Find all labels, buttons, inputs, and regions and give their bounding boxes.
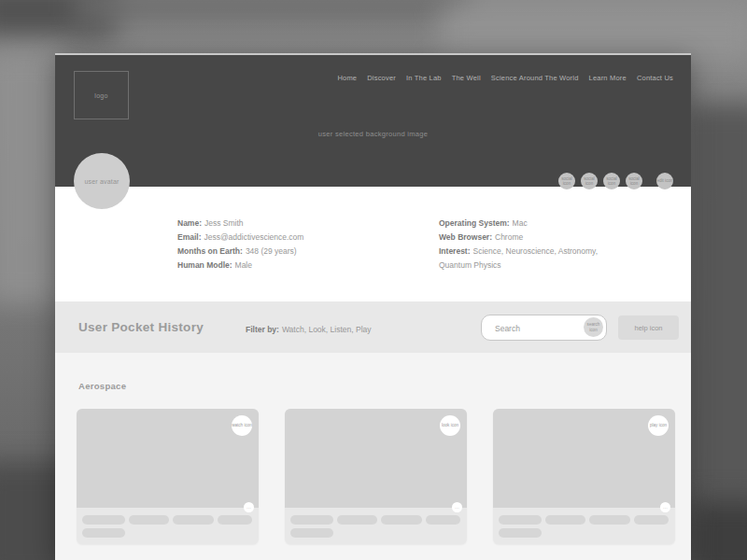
pocket-card[interactable]: play icon ⋯ — [493, 409, 675, 544]
profile-field-email: Email:Jess@addictivescience.com — [177, 231, 303, 245]
profile-field-interest: Interest:Science, Neuroscience, Astronom… — [439, 245, 626, 273]
more-icon[interactable]: ⋯ — [452, 502, 462, 512]
placeholder-row — [290, 515, 460, 525]
text-placeholder-bar — [381, 515, 422, 525]
field-value: Jess Smith — [204, 218, 244, 228]
profile-field-name: Name:Jess Smith — [177, 217, 303, 231]
profile-details-left: Name:Jess Smith Email:Jess@addictivescie… — [177, 217, 303, 273]
play-icon[interactable]: play icon — [648, 415, 669, 436]
text-placeholder-bar — [218, 515, 252, 525]
search-icon[interactable]: search icon — [584, 317, 603, 337]
field-label: Interest: — [439, 246, 471, 256]
text-placeholder-bar — [499, 528, 542, 538]
placeholder-row — [290, 528, 460, 538]
text-placeholder-bar — [82, 528, 125, 538]
nav-item-the-well[interactable]: The Well — [452, 74, 481, 82]
nav-item-science-around-the-world[interactable]: Science Around The World — [491, 74, 579, 82]
help-icon[interactable]: help icon — [618, 315, 679, 340]
profile-field-human-model: Human Modle:Male — [177, 259, 303, 273]
filter-label: Filter by: — [246, 325, 279, 334]
backdrop-blob — [689, 499, 747, 560]
look-icon[interactable]: look icon — [440, 415, 460, 436]
text-placeholder-bar — [634, 515, 669, 525]
text-placeholder-bar — [290, 515, 333, 525]
pocket-history-bar: User Pocket History Filter by:Watch, Loo… — [55, 301, 691, 353]
placeholder-row — [499, 528, 669, 538]
nav-item-learn-more[interactable]: Learn More — [589, 74, 627, 82]
search-input[interactable] — [493, 320, 583, 337]
edit-icon[interactable]: edit icon — [656, 173, 673, 189]
filter-options[interactable]: Watch, Look, Listen, Play — [282, 325, 372, 334]
text-placeholder-bar — [129, 515, 170, 525]
placeholder-row — [499, 515, 669, 525]
text-placeholder-bar — [173, 515, 214, 525]
profile-page: logo Home Discover In The Lab The Well S… — [55, 53, 691, 560]
field-label: Human Modle: — [177, 260, 233, 270]
text-placeholder-bar — [589, 515, 630, 525]
placeholder-row — [82, 528, 252, 538]
social-icon[interactable]: social icon — [626, 173, 642, 189]
text-placeholder-bar — [82, 515, 125, 525]
pocket-history-cards: watch icon ⋯ look icon ⋯ — [77, 409, 675, 544]
nav-item-discover[interactable]: Discover — [367, 74, 396, 82]
watch-icon[interactable]: watch icon — [232, 415, 252, 436]
search-box: search icon — [481, 315, 607, 341]
profile-details-right: Operating System:Mac Web Browser:Chrome … — [439, 217, 626, 273]
field-value: Jess@addictivescience.com — [204, 232, 304, 242]
text-placeholder-bar — [290, 528, 333, 538]
field-label: Months on Earth: — [177, 246, 243, 256]
user-avatar: user avatar — [74, 153, 130, 209]
main-nav: Home Discover In The Lab The Well Scienc… — [337, 74, 673, 82]
text-placeholder-bar — [499, 515, 542, 525]
field-label: Operating System: — [439, 218, 510, 228]
field-value: 348 (29 years) — [246, 246, 297, 256]
text-placeholder-bar — [337, 515, 378, 525]
header-banner: logo Home Discover In The Lab The Well S… — [55, 55, 691, 187]
category-label: Aerospace — [78, 381, 126, 391]
placeholder-row — [82, 515, 252, 525]
social-icon[interactable]: social icon — [603, 173, 620, 189]
field-value: Chrome — [495, 232, 523, 242]
more-icon[interactable]: ⋯ — [244, 502, 254, 512]
field-label: Name: — [177, 218, 202, 228]
text-placeholder-bar — [426, 515, 460, 525]
section-title: User Pocket History — [78, 320, 204, 334]
card-text-area — [285, 508, 467, 544]
profile-field-months-on-earth: Months on Earth:348 (29 years) — [177, 245, 303, 259]
text-placeholder-bar — [545, 515, 586, 525]
nav-item-in-the-lab[interactable]: In The Lab — [406, 74, 442, 82]
social-icons-row: social icon social icon social icon soci… — [553, 173, 673, 189]
nav-item-contact-us[interactable]: Contact Us — [637, 74, 673, 82]
more-icon[interactable]: ⋯ — [660, 502, 670, 512]
profile-info-section: Name:Jess Smith Email:Jess@addictivescie… — [55, 187, 691, 301]
profile-field-browser: Web Browser:Chrome — [439, 231, 626, 245]
field-value: Male — [235, 260, 252, 270]
field-value: Mac — [513, 218, 528, 228]
logo[interactable]: logo — [74, 71, 129, 119]
backdrop-blob — [75, 0, 467, 25]
social-icon[interactable]: social icon — [558, 173, 575, 189]
field-label: Email: — [177, 232, 202, 242]
social-icon[interactable]: social icon — [581, 173, 598, 189]
filter-control: Filter by:Watch, Look, Listen, Play — [246, 325, 372, 334]
field-label: Web Browser: — [439, 232, 492, 242]
pocket-card[interactable]: watch icon ⋯ — [77, 409, 259, 544]
card-text-area — [493, 508, 675, 544]
nav-item-home[interactable]: Home — [337, 74, 357, 82]
background-image-placeholder: user selected background image — [55, 130, 691, 138]
profile-field-os: Operating System:Mac — [439, 217, 626, 231]
pocket-card[interactable]: look icon ⋯ — [285, 409, 467, 544]
backdrop-blob — [686, 103, 747, 504]
card-text-area — [77, 508, 259, 544]
